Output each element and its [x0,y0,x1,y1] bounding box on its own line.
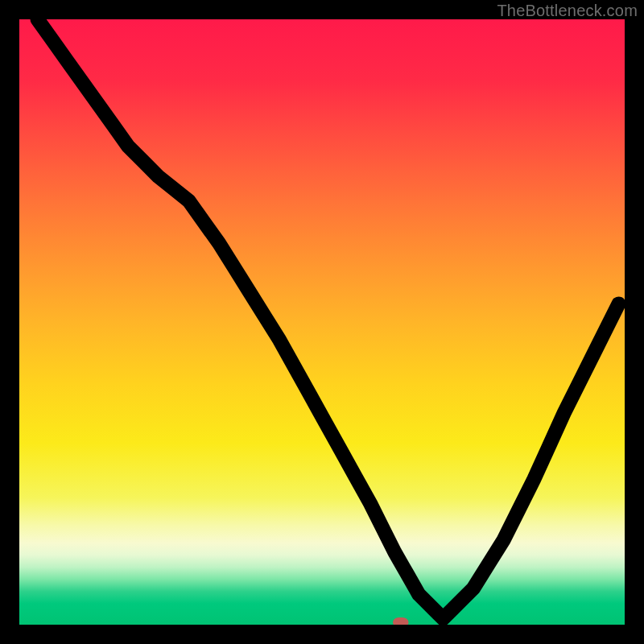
bottleneck-chart [19,19,625,625]
watermark-text: TheBottleneck.com [497,2,638,20]
optimal-marker [393,617,409,625]
chart-stage: TheBottleneck.com [0,0,644,644]
